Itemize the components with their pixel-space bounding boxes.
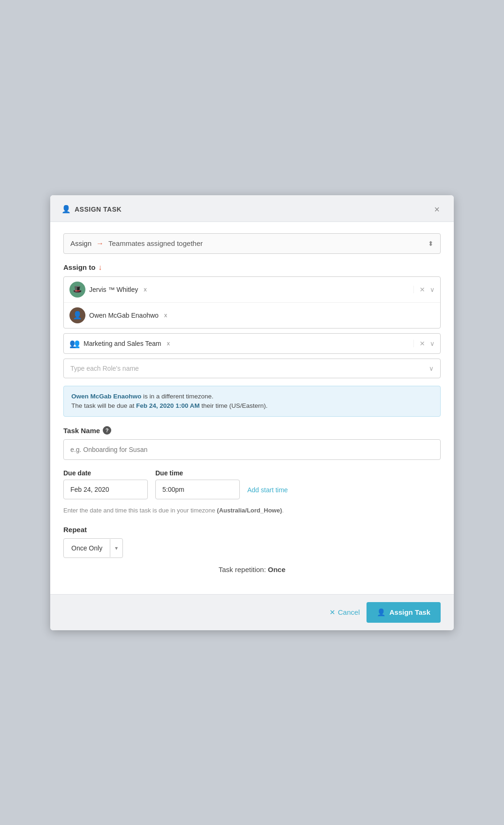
timezone-person-name: Owen McGab Enaohwo [71,393,141,400]
modal-footer: ✕ Cancel 👤 Assign Task [50,594,454,630]
due-date-input[interactable] [63,480,148,499]
team-row-actions: ✕ ∨ [413,340,435,347]
modal-header: 👤 ASSIGN TASK × [50,195,454,222]
teammates-label: Teammates assigned together [108,239,203,247]
assign-to-label: Assign to ↓ [63,263,441,272]
avatar: 🎩 [69,282,85,298]
due-time-input[interactable] [155,480,240,499]
due-date-label: Due date [63,469,148,477]
modal-title-area: 👤 ASSIGN TASK [61,205,122,214]
due-time-group: Due time [155,469,240,499]
assign-btn-icon: 👤 [377,608,386,617]
clear-row-icon[interactable]: ✕ [420,286,425,293]
repeat-select-arrow-icon[interactable]: ▾ [110,539,122,557]
clear-team-icon[interactable]: ✕ [420,340,425,347]
assign-btn-label: Assign Task [389,608,430,616]
arrow-down-icon: ↓ [98,263,102,272]
team-info: 👥 Marketing and Sales Team x [69,338,413,349]
timezone-notice: Owen McGab Enaohwo is in a different tim… [63,386,441,417]
assign-task-modal: 👤 ASSIGN TASK × Assign → Teammates assig… [50,195,454,630]
assignee-name: Owen McGab Enaohwo [89,312,159,319]
repeat-select-wrapper[interactable]: Once Only ▾ [63,538,123,558]
role-placeholder: Type each Role's name [70,365,139,372]
assignee-info: 🎩 Jervis ™ Whitley x [69,282,413,298]
due-time-label: Due time [155,469,240,477]
expand-row-icon[interactable]: ∨ [430,286,435,293]
cancel-label: Cancel [338,608,360,616]
table-row: 👤 Owen McGab Enaohwo x [64,303,440,328]
assignee-info: 👤 Owen McGab Enaohwo x [69,307,435,323]
assign-task-button[interactable]: 👤 Assign Task [367,602,441,623]
modal-body: Assign → Teammates assigned together ⬍ A… [50,222,454,594]
assignee-name: Jervis ™ Whitley [89,286,138,293]
cancel-icon: ✕ [329,608,336,617]
table-row: 🎩 Jervis ™ Whitley x ✕ ∨ [64,277,440,303]
assignees-box: 🎩 Jervis ™ Whitley x ✕ ∨ 👤 Owen McGab En… [63,276,441,328]
timezone-date: Feb 24, 2020 1:00 AM [136,402,199,409]
add-start-time-button[interactable]: Add start time [247,486,288,499]
assign-type-row: Assign → Teammates assigned together ⬍ [63,233,441,254]
team-icon: 👥 [69,338,80,349]
remove-team-button[interactable]: x [167,340,170,347]
cancel-button[interactable]: ✕ Cancel [329,608,360,617]
repeat-label: Repeat [63,526,441,534]
repeat-select-value: Once Only [64,539,110,558]
timezone-text2: The task will be due at [71,402,136,409]
row-actions: ✕ ∨ [413,286,435,293]
role-input-box[interactable]: Type each Role's name ∨ [63,359,441,378]
task-name-label: Task Name ? [63,426,441,435]
assign-type-left: Assign → Teammates assigned together [70,239,203,248]
remove-assignee-button[interactable]: x [144,286,147,293]
arrow-right-icon: → [96,239,104,248]
modal-title: ASSIGN TASK [75,206,122,213]
chevron-updown-icon: ⬍ [428,240,434,247]
assign-label: Assign [70,239,92,247]
due-date-group: Due date [63,469,148,499]
timezone-text3: their time (US/Eastern). [199,402,267,409]
role-chevron-icon[interactable]: ∨ [429,365,434,372]
due-row: Due date Due time Add start time [63,469,441,499]
timezone-text1: is in a different timezone. [141,393,214,400]
task-name-help-icon[interactable]: ? [103,426,111,435]
task-name-input[interactable] [63,439,441,460]
remove-assignee-button[interactable]: x [164,312,168,319]
task-repetition-info: Task repetition: Once [63,565,441,573]
assign-type-select[interactable]: Assign → Teammates assigned together ⬍ [63,233,441,254]
expand-team-icon[interactable]: ∨ [430,340,435,347]
user-icon: 👤 [61,205,71,214]
close-button[interactable]: × [431,204,443,215]
avatar: 👤 [69,307,85,323]
team-box: 👥 Marketing and Sales Team x ✕ ∨ [63,333,441,354]
timezone-hint: Enter the date and time this task is due… [63,506,441,515]
team-name: Marketing and Sales Team [84,340,161,347]
